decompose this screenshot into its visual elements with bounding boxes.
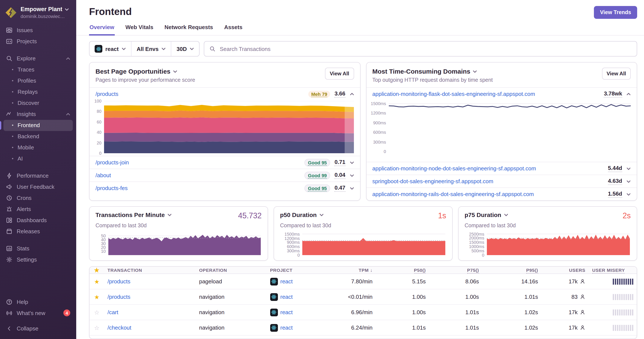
chevron-down-icon[interactable]	[350, 186, 354, 190]
opportunity-row[interactable]: /products-join Good 95 0.71	[90, 156, 360, 169]
transactions-table: ★ TRANSACTION OPERATION PROJECT TPM ↓ P5…	[89, 266, 637, 339]
domain-row-expanded[interactable]: application-monitoring-flask-dot-sales-e…	[366, 87, 637, 100]
favorite-star-icon[interactable]: ★	[90, 267, 104, 274]
chevron-down-icon[interactable]	[350, 173, 354, 177]
opportunity-row[interactable]: /about Good 99 0.04	[90, 169, 360, 181]
domain-row[interactable]: springboot-dot-sales-engineering-sf.apps…	[366, 175, 637, 187]
opportunity-row-expanded[interactable]: /products Meh 79 3.66	[90, 87, 360, 100]
project-link[interactable]: react	[280, 294, 293, 300]
p75-title[interactable]: p75 Duration	[464, 211, 508, 218]
chevron-up-icon[interactable]	[626, 92, 631, 96]
sidebar-item-user-feedback[interactable]: User Feedback	[0, 181, 76, 193]
table-row[interactable]: ★ /products pageload react 7.80/min 5.15…	[90, 274, 637, 289]
tpm-cell: <0.01/min	[326, 294, 376, 300]
area-chart[interactable]	[487, 233, 630, 255]
sidebar-item-settings[interactable]: Settings	[0, 254, 76, 265]
favorite-star[interactable]: ☆	[90, 309, 104, 316]
page-link[interactable]: /products	[96, 91, 118, 97]
favorite-star[interactable]: ★	[90, 278, 104, 285]
sidebar-item-traces[interactable]: Traces	[4, 64, 73, 75]
domain-row[interactable]: application-monitoring-rails-dot-sales-e…	[366, 187, 637, 200]
chevron-down-icon[interactable]	[626, 179, 631, 183]
sidebar-item-whats-new[interactable]: What's new 4	[0, 307, 76, 319]
domain-link[interactable]: springboot-dot-sales-engineering-sf.apps…	[372, 178, 493, 184]
domain-link[interactable]: application-monitoring-flask-dot-sales-e…	[372, 91, 535, 97]
transaction-link[interactable]: /cart	[108, 309, 118, 316]
sidebar-item-projects[interactable]: Projects	[0, 36, 76, 47]
page-link[interactable]: /products-fes	[96, 185, 128, 191]
search-transactions[interactable]	[204, 41, 637, 56]
sidebar-item-ai[interactable]: AI	[4, 153, 73, 164]
sidebar-item-performance[interactable]: Performance	[0, 170, 76, 181]
favorite-star[interactable]: ☆	[90, 324, 104, 331]
project-link[interactable]: react	[280, 309, 293, 316]
search-input[interactable]	[219, 45, 632, 52]
line-chart[interactable]	[388, 101, 631, 152]
col-user-misery[interactable]: USER MISERY	[589, 268, 637, 273]
tab-network-requests[interactable]: Network Requests	[164, 20, 214, 35]
p50-title[interactable]: p50 Duration	[280, 211, 324, 218]
col-p50[interactable]: P50()	[376, 268, 429, 273]
org-switcher[interactable]: Empower Plant dominik.buszowiec…	[0, 4, 76, 25]
sidebar-item-alerts[interactable]: Alerts	[0, 204, 76, 215]
domain-row[interactable]: application-monitoring-node-dot-sales-en…	[366, 162, 637, 175]
environment-filter[interactable]: All Envs	[132, 41, 172, 56]
project-link[interactable]: react	[280, 278, 293, 285]
sidebar-section-insights[interactable]: Insights	[0, 109, 76, 120]
table-row[interactable]: ★ /products navigation react <0.01/min 1…	[90, 289, 637, 305]
transaction-link[interactable]: /products	[108, 294, 130, 300]
col-users[interactable]: USERS	[542, 268, 589, 273]
page-link[interactable]: /products-join	[96, 159, 129, 166]
project-filter[interactable]: react	[90, 41, 132, 56]
sidebar-item-issues[interactable]: Issues	[0, 25, 76, 36]
sidebar-item-help[interactable]: Help	[0, 296, 76, 307]
domain-duration-chart: 1500ms1200ms900ms600ms300ms0	[366, 101, 637, 152]
domains-title[interactable]: Most Time-Consuming Domains	[372, 68, 493, 75]
col-tpm[interactable]: TPM ↓	[326, 268, 376, 273]
domain-link[interactable]: application-monitoring-node-dot-sales-en…	[372, 165, 536, 172]
stacked-area-chart[interactable]	[104, 101, 354, 153]
opportunities-title[interactable]: Best Page Opportunities	[96, 68, 195, 75]
tab-overview[interactable]: Overview	[89, 20, 115, 35]
col-p75[interactable]: P75()	[429, 268, 482, 273]
sidebar-collapse-button[interactable]: Collapse	[0, 323, 76, 334]
sidebar-item-profiles[interactable]: Profiles	[4, 75, 73, 86]
tab-assets[interactable]: Assets	[224, 20, 243, 35]
transaction-link[interactable]: /products	[108, 278, 130, 285]
sidebar-item-backend[interactable]: Backend	[4, 131, 73, 142]
tab-web-vitals[interactable]: Web Vitals	[125, 20, 154, 35]
sidebar-item-discover[interactable]: Discover	[4, 98, 73, 109]
chevron-down-icon[interactable]	[626, 192, 631, 196]
sidebar-item-frontend[interactable]: Frontend	[4, 120, 73, 131]
area-chart[interactable]	[108, 233, 261, 255]
table-row[interactable]: ☆ /checkout navigation react 6.24/min 1.…	[90, 320, 637, 336]
view-trends-button[interactable]: View Trends	[594, 6, 637, 19]
tpm-title[interactable]: Transactions Per Minute	[96, 211, 172, 218]
sidebar-section-explore[interactable]: Explore	[0, 53, 76, 64]
table-row[interactable]: ☆ /cart navigation react 6.96/min 1.00s	[90, 305, 637, 320]
opportunities-view-all-button[interactable]: View All	[325, 68, 354, 80]
domain-link[interactable]: application-monitoring-rails-dot-sales-e…	[372, 191, 534, 197]
favorite-star[interactable]: ★	[90, 294, 104, 300]
sidebar-item-crons[interactable]: Crons	[0, 193, 76, 204]
sidebar-item-mobile[interactable]: Mobile	[4, 142, 73, 153]
date-range-filter[interactable]: 30D	[172, 41, 199, 56]
col-transaction[interactable]: TRANSACTION	[104, 268, 196, 273]
sidebar-item-releases[interactable]: Releases	[0, 226, 76, 237]
chevron-down-icon[interactable]	[350, 160, 354, 165]
domains-view-all-button[interactable]: View All	[602, 68, 631, 80]
sidebar-item-replays[interactable]: Replays	[4, 86, 73, 98]
col-project[interactable]: PROJECT	[266, 268, 326, 273]
chevron-up-icon[interactable]	[350, 92, 354, 96]
page-link[interactable]: /about	[96, 172, 111, 178]
col-p95[interactable]: P95()	[482, 268, 542, 273]
project-link[interactable]: react	[280, 325, 293, 331]
col-operation[interactable]: OPERATION	[196, 268, 266, 273]
area-chart[interactable]	[302, 233, 445, 255]
opportunity-row[interactable]: /products-fes Good 95 0.47	[90, 181, 360, 194]
transaction-link[interactable]: /checkout	[108, 325, 131, 331]
sidebar-item-dashboards[interactable]: Dashboards	[0, 215, 76, 226]
table-row[interactable]: ☆ /products-join pageload react 3.88/min…	[90, 336, 637, 339]
chevron-down-icon[interactable]	[626, 166, 631, 171]
sidebar-item-stats[interactable]: Stats	[0, 243, 76, 254]
